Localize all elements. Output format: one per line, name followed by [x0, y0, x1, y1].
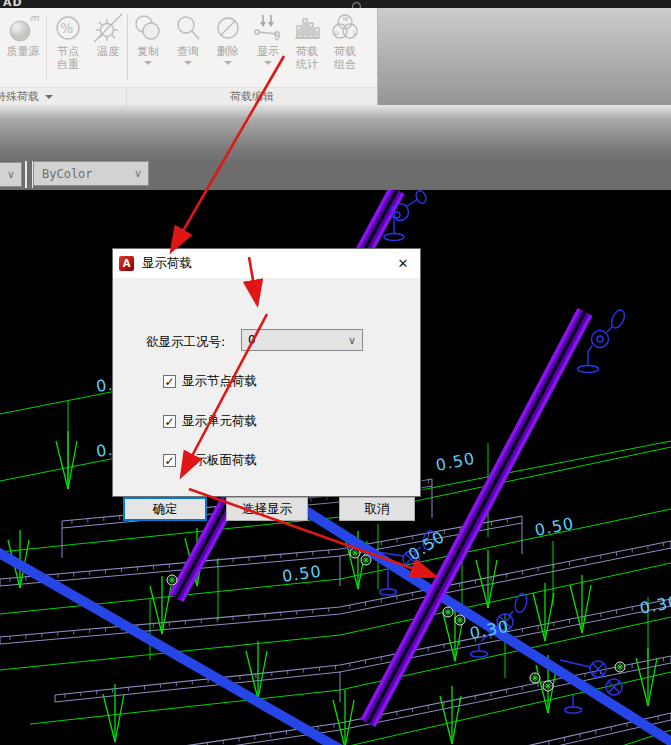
dropdown-arrow-icon[interactable]	[144, 61, 152, 65]
ribbon-button-node-self-weight[interactable]: % 节点 自重	[47, 8, 89, 87]
dimension-label: 0.30	[638, 592, 671, 618]
checkbox-row-element-loads[interactable]: ✓ 显示单元荷载	[163, 413, 257, 430]
venn-circles-icon: W D L	[328, 11, 362, 45]
down-arrows-icon	[251, 11, 285, 45]
color-combobox[interactable]: ByColor ∨	[33, 161, 149, 186]
ok-button[interactable]: 确定	[123, 497, 207, 521]
dialog-title: 显示荷载	[142, 255, 192, 272]
checkbox[interactable]: ✓	[163, 415, 176, 428]
display-loads-dialog: A 显示荷载 ✕ 欲显示工况号: 0 ∨ ✓ 显示节点荷载 ✓ 显示单元荷载 ✓…	[112, 248, 421, 497]
titlebar-text-fragment: AD	[3, 0, 23, 8]
autocad-logo-icon: A	[119, 256, 134, 271]
linetype-combobox-partial[interactable]: ∨	[0, 162, 22, 187]
dropdown-arrow-icon[interactable]	[264, 61, 272, 65]
magnifier-icon	[171, 11, 205, 45]
dialog-close-button[interactable]: ✕	[386, 249, 420, 278]
case-number-value: 0	[248, 333, 256, 347]
case-number-combobox[interactable]: 0 ∨	[241, 329, 363, 351]
ribbon-panel: m 质量源 % 节点 自重	[0, 8, 378, 105]
svg-text:D: D	[334, 29, 339, 36]
temperature-sun-icon	[91, 11, 125, 45]
properties-toolbar: ∨ ByColor ∨	[0, 105, 671, 190]
dropdown-arrow-icon[interactable]	[224, 61, 232, 65]
chevron-down-icon: ∨	[134, 167, 142, 180]
cancel-button[interactable]: 取消	[339, 497, 415, 521]
dialog-titlebar[interactable]: A 显示荷载 ✕	[113, 249, 420, 278]
bar-chart-icon	[290, 11, 324, 45]
checkbox-label: 显示单元荷载	[182, 413, 257, 430]
toolbar-grip[interactable]	[25, 161, 33, 188]
percent-icon: %	[51, 11, 85, 45]
mass-sphere-icon: m	[6, 11, 40, 45]
dropdown-arrow-icon[interactable]	[184, 61, 192, 65]
ribbon-button-temperature[interactable]: 温度	[89, 8, 127, 87]
no-entry-icon	[211, 11, 245, 45]
ribbon-panel-footer: 特殊荷载 荷载编辑	[0, 87, 377, 105]
copy-circles-icon	[131, 11, 165, 45]
ribbon: m 质量源 % 节点 自重	[0, 8, 671, 105]
close-icon: ✕	[398, 256, 409, 271]
ribbon-button-query[interactable]: 查询	[168, 8, 208, 87]
checkbox[interactable]: ✓	[163, 375, 176, 388]
svg-text:m: m	[30, 13, 39, 23]
ribbon-button-mass-source[interactable]: m 质量源	[0, 8, 46, 87]
ribbon-button-delete[interactable]: 删除	[208, 8, 248, 87]
color-combobox-value: ByColor	[42, 167, 93, 181]
svg-text:W: W	[343, 15, 349, 22]
dimension-label: 0.50	[434, 449, 477, 475]
checkbox-label: 显示节点荷载	[182, 373, 257, 390]
ribbon-button-load-statistics[interactable]: 荷载 统计	[288, 8, 326, 87]
checkbox-row-node-loads[interactable]: ✓ 显示节点荷载	[163, 373, 257, 390]
ribbon-button-display[interactable]: 显示	[248, 8, 288, 87]
dimension-label: 0.50	[533, 514, 576, 540]
dimension-label: 0.50	[281, 562, 323, 586]
checkbox-row-plate-loads[interactable]: ✓ 显示板面荷载	[163, 452, 257, 469]
panel-tab-special-loads[interactable]: 特殊荷载	[0, 88, 126, 105]
checkbox[interactable]: ✓	[163, 454, 176, 467]
window-titlebar: AD	[0, 0, 671, 8]
app-window: { "window": { "title_fragment": "AD" }, …	[0, 0, 671, 745]
panel-flyout-arrow-icon	[45, 95, 53, 99]
select-display-button[interactable]: 选择显示	[226, 497, 308, 521]
ribbon-label: 质量源	[7, 45, 40, 58]
ribbon-button-copy[interactable]: 复制	[128, 8, 168, 87]
chevron-down-icon: ∨	[348, 334, 356, 347]
checkbox-label: 显示板面荷载	[182, 452, 257, 469]
ribbon-button-load-combination[interactable]: W D L 荷载 组合	[326, 8, 364, 87]
ribbon-empty-area	[378, 8, 671, 105]
panel-tab-load-edit[interactable]: 荷载编辑	[126, 88, 377, 105]
chevron-down-icon: ∨	[7, 168, 15, 181]
svg-text:%: %	[60, 20, 73, 36]
case-number-label: 欲显示工况号:	[146, 334, 225, 351]
